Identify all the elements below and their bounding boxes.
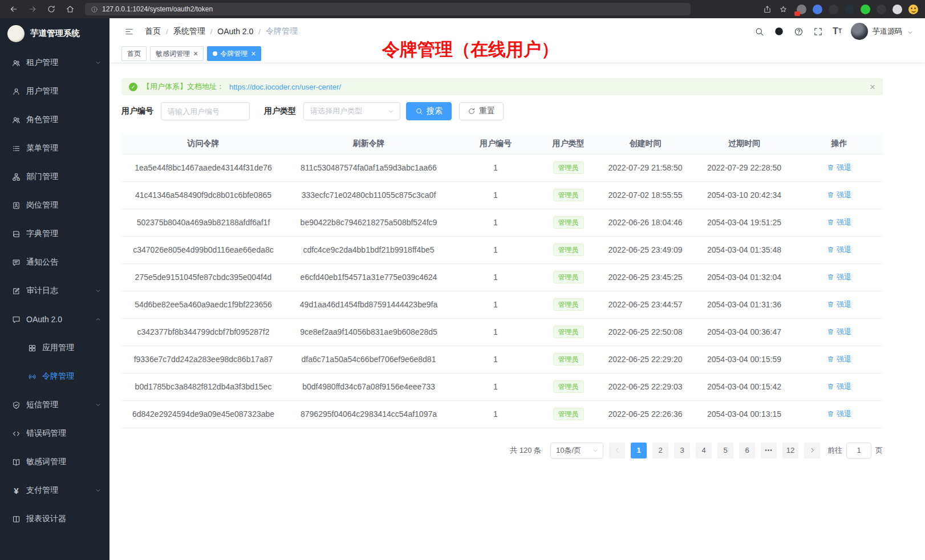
sidebar-item-report[interactable]: 报表设计器 [0, 505, 109, 533]
github-icon[interactable] [774, 26, 784, 36]
sidebar-item-sms[interactable]: 短信管理 [0, 391, 109, 419]
page-button-4[interactable]: 4 [696, 443, 712, 458]
breadcrumb-item[interactable]: OAuth 2.0 [217, 27, 253, 36]
profile-avatar-icon[interactable] [908, 5, 918, 14]
active-tab-dot [213, 51, 217, 56]
reset-button[interactable]: 重置 [459, 102, 504, 120]
next-page-button[interactable] [804, 443, 820, 458]
info-icon[interactable] [91, 6, 98, 13]
action-cell: 强退 [796, 263, 883, 291]
reload-icon[interactable] [47, 5, 56, 14]
page-button-2[interactable]: 2 [652, 443, 668, 458]
force-logout-button[interactable]: 强退 [827, 245, 851, 255]
user-menu[interactable]: 芋道源码 [851, 23, 914, 40]
help-icon[interactable] [794, 27, 804, 36]
chevron-down-icon [95, 401, 102, 408]
font-size-icon[interactable]: TT [833, 27, 842, 36]
search-button[interactable]: 搜索 [406, 102, 452, 120]
page-button-12[interactable]: 12 [782, 443, 798, 458]
sidebar-item-errcode[interactable]: 错误码管理 [0, 419, 109, 448]
chevron-down-icon [907, 29, 914, 36]
column-header: 过期时间 [693, 133, 796, 154]
url-text: 127.0.0.1:1024/system/oauth2/token [102, 5, 213, 13]
force-logout-button[interactable]: 强退 [827, 299, 851, 310]
refresh-token-cell: 8796295f04064c2983414cc54af1097a [285, 400, 452, 428]
close-icon[interactable]: × [193, 50, 198, 58]
force-logout-button[interactable]: 强退 [827, 409, 851, 419]
user-type-cell: 管理员 [539, 209, 598, 236]
extension-green-icon[interactable] [861, 5, 870, 14]
list-icon [12, 144, 21, 153]
force-logout-button[interactable]: 强退 [827, 272, 851, 282]
share-icon[interactable] [763, 5, 772, 14]
prev-page-button[interactable] [609, 443, 625, 458]
created-time-cell: 2022-06-25 23:49:09 [598, 236, 693, 263]
sidebar-item-pay[interactable]: ¥支付管理 [0, 476, 109, 505]
open-book-icon [12, 458, 21, 466]
page-button-1[interactable]: 1 [631, 443, 647, 458]
page-button-6[interactable]: 6 [739, 443, 755, 458]
alert-link[interactable]: https://doc.iocoder.cn/user-center/ [229, 83, 341, 91]
page-size-select[interactable]: 10条/页 [550, 443, 603, 458]
force-logout-button[interactable]: 强退 [827, 163, 851, 173]
close-icon[interactable]: × [870, 82, 875, 92]
force-logout-button[interactable]: 强退 [827, 190, 851, 200]
view-tab[interactable]: 首页 [121, 46, 147, 61]
sidebar-item-oauth[interactable]: OAuth 2.0 [0, 305, 109, 334]
goto-page-input[interactable] [846, 443, 871, 458]
search-icon[interactable] [754, 27, 764, 36]
fullscreen-icon[interactable] [813, 27, 823, 36]
extension-grid-icon[interactable] [797, 5, 806, 14]
forward-icon[interactable] [28, 5, 37, 14]
sidebar-item-notice[interactable]: 通知公告 [0, 248, 109, 277]
extension-dark-2-icon[interactable] [877, 5, 886, 14]
page-button-5[interactable]: 5 [717, 443, 733, 458]
extension-dark-green-icon[interactable] [845, 5, 854, 14]
more-pages-button[interactable]: ••• [761, 443, 777, 458]
logo-avatar [7, 25, 25, 42]
page-button-3[interactable]: 3 [674, 443, 690, 458]
sidebar-item-post[interactable]: 岗位管理 [0, 191, 109, 220]
extension-blue-icon[interactable] [813, 5, 822, 14]
sidebar-item-dict[interactable]: 字典管理 [0, 220, 109, 248]
action-cell: 强退 [796, 236, 883, 263]
extension-reader-icon[interactable] [892, 5, 902, 14]
sidebar-item-token[interactable]: 令牌管理 [0, 362, 109, 391]
extension-dark-1-icon[interactable] [829, 5, 838, 14]
sidebar-item-app[interactable]: 应用管理 [0, 334, 109, 362]
sidebar-item-role[interactable]: 角色管理 [0, 105, 109, 134]
table-row: 6d842e2924594de9a09e45e087323abe8796295f… [121, 400, 883, 428]
sidebar-item-tenant[interactable]: 租户管理 [0, 48, 109, 77]
user-type-cell: 管理员 [539, 400, 598, 428]
breadcrumb-item[interactable]: 首页 [145, 26, 161, 36]
force-logout-button[interactable]: 强退 [827, 217, 851, 228]
home-icon[interactable] [66, 5, 75, 14]
token-table: 访问令牌刷新令牌用户编号用户类型创建时间过期时间操作 1ea5e44f8bc14… [121, 133, 883, 428]
trash-icon [827, 383, 834, 390]
select-placeholder: 请选择用户类型 [310, 106, 362, 116]
force-logout-button[interactable]: 强退 [827, 354, 851, 364]
user-id-input[interactable] [161, 102, 250, 120]
sidebar-item-user[interactable]: 用户管理 [0, 77, 109, 105]
sidebar-item-menu[interactable]: 菜单管理 [0, 134, 109, 163]
close-icon[interactable]: × [251, 50, 255, 58]
force-logout-button[interactable]: 强退 [827, 327, 851, 337]
access-token-cell: 1ea5e44f8bc1467aaede43144f31de76 [121, 154, 285, 181]
user-type-cell: 管理员 [539, 318, 598, 346]
address-bar[interactable]: 127.0.0.1:1024/system/oauth2/token [85, 3, 691, 15]
id-card-icon [12, 201, 21, 210]
force-logout-button[interactable]: 强退 [827, 382, 851, 392]
broadcast-icon [28, 372, 36, 381]
sidebar-item-sensitive[interactable]: 敏感词管理 [0, 448, 109, 476]
sidebar-item-log[interactable]: 审计日志 [0, 277, 109, 305]
bookmark-star-icon[interactable] [779, 5, 788, 14]
sidebar-item-label: 审计日志 [26, 286, 58, 296]
sidebar-item-dept[interactable]: 部门管理 [0, 163, 109, 191]
breadcrumb-item[interactable]: 系统管理 [173, 26, 205, 36]
app-logo[interactable]: 芋道管理系统 [0, 18, 109, 48]
menu-fold-icon[interactable] [124, 27, 134, 36]
view-tab[interactable]: 敏感词管理× [150, 46, 204, 61]
user-type-select[interactable]: 请选择用户类型 [303, 102, 400, 120]
back-icon[interactable] [9, 5, 18, 14]
view-tab[interactable]: 令牌管理× [207, 46, 261, 61]
